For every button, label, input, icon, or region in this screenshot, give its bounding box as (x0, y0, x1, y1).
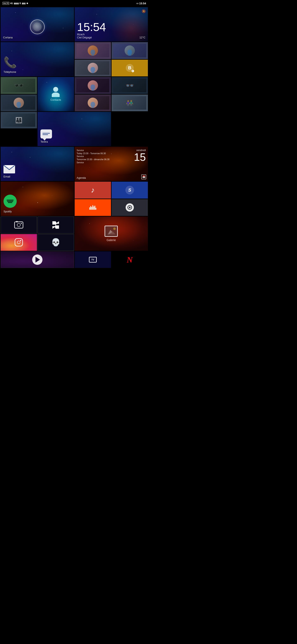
shazam-icon: S (125, 186, 134, 194)
cal-event-3: Service (77, 155, 109, 158)
bluetooth-icon: ✱ (26, 2, 28, 4)
cal-event-4: Tomorrow 23:30 - dimanche 06:30 (77, 158, 109, 161)
netflix-tile[interactable]: N (112, 252, 148, 268)
svg-marker-0 (52, 221, 59, 229)
clock-weather-row: Ciel Dégagé 12°C (77, 36, 146, 39)
4g-indicator: 4G (10, 2, 13, 4)
contact-photo-5[interactable]: 👤 (75, 77, 111, 94)
camera-tile[interactable] (0, 216, 37, 234)
cal-event-5: Service (77, 161, 109, 164)
volte-indicator: VoLTE (2, 2, 9, 5)
textra-tile[interactable]: Textra (37, 112, 111, 146)
spotify-icon (3, 195, 17, 208)
netflix-icon: N (127, 255, 133, 264)
contact-photo-9[interactable]: 👫 (112, 94, 148, 112)
calendar-tile[interactable]: Service Today 23:30 - Tomorrow 06:30 Ser… (75, 147, 148, 181)
soundcloud-icon (89, 205, 96, 210)
cortana-icon (30, 20, 45, 34)
instagram-tile[interactable] (0, 234, 37, 251)
b-icon: B (128, 65, 131, 70)
contact-photo-3[interactable]: 👤 (75, 60, 111, 76)
tile-grid: Cortana 🔕 15:54 Illzach Ciel Dégagé 12°C… (0, 6, 148, 268)
music-player-tile[interactable] (0, 252, 74, 268)
camera-icon (14, 222, 23, 228)
gallery-icon (105, 226, 118, 237)
contact-photo-7[interactable]: 👤 (0, 94, 37, 112)
calendar-events: Service Today 23:30 - Tomorrow 06:30 Ser… (77, 149, 109, 164)
cal-event-1: Service (77, 149, 109, 152)
agenda-label: Agenda (77, 176, 86, 179)
contact-photo-8[interactable]: 👤 (75, 94, 111, 112)
status-left: VoLTE 4G ▮▮▮▮ R ▮▮▮ ✱ (2, 2, 28, 5)
battery-icon: ▭ (136, 2, 138, 5)
spotify-label: Spotify (3, 210, 71, 213)
cal-event-2: Today 23:30 - Tomorrow 06:30 (77, 152, 109, 155)
contact-photo-1[interactable]: 👤 (75, 42, 111, 59)
status-bar: VoLTE 4G ▮▮▮▮ R ▮▮▮ ✱ ▭ 15:54 (0, 0, 148, 6)
email-tile[interactable]: Email (0, 147, 74, 181)
calendar-icon: 📅 (141, 174, 146, 179)
tv-icon: TV (89, 257, 97, 262)
instagram-icon (15, 238, 23, 246)
email-icon (3, 165, 15, 174)
contact-photo-2[interactable]: 👤 (112, 42, 148, 59)
status-right: ▭ 15:54 (136, 2, 146, 5)
deezer-icon (126, 203, 134, 212)
weather-temp: 12°C (139, 36, 145, 39)
email-label: Email (3, 175, 71, 178)
play-icon (32, 254, 42, 265)
signal-bars-2: ▮▮▮ (22, 2, 25, 4)
contact-photo-4[interactable]: 🕶️ (0, 77, 37, 94)
contacts-icon (52, 87, 60, 97)
contact-photo-6[interactable]: 👓 (112, 77, 148, 94)
phone-tile[interactable]: 📞 Téléphone (0, 42, 74, 76)
shazam-tile[interactable]: S (112, 182, 148, 198)
clock-tile[interactable]: 🔕 15:54 Illzach Ciel Dégagé 12°C (75, 7, 148, 42)
music-icon: ♪ (91, 186, 95, 194)
textra-label: Textra (40, 140, 108, 143)
soundcloud-tile[interactable] (75, 199, 111, 216)
deezer-tile[interactable] (112, 199, 148, 216)
deviantart-tile[interactable] (37, 216, 74, 234)
galerie-label: Galerie (107, 238, 116, 242)
contacts-label: Contacts (50, 98, 61, 101)
calendar-date: 15 (134, 152, 146, 162)
skull-tile[interactable]: 💀 (37, 234, 74, 251)
music-tile[interactable]: ♪ (75, 182, 111, 198)
skull-icon: 💀 (51, 238, 60, 247)
contact-photo-10[interactable]: 👨‍👩‍👧 (0, 112, 37, 128)
calendar-day: vendredi (134, 149, 146, 152)
status-time: 15:54 (139, 2, 146, 5)
tv-tile[interactable]: TV (75, 252, 111, 268)
phone-label: Téléphone (3, 70, 71, 74)
signal-r: R (19, 2, 21, 4)
galerie-tile[interactable]: Galerie (75, 216, 148, 251)
spotify-tile[interactable]: Spotify (0, 182, 74, 216)
weather-desc: Ciel Dégagé (77, 36, 92, 39)
b-app-tile[interactable]: B ✦ (112, 60, 148, 76)
textra-icon (40, 130, 52, 138)
contacts-tile[interactable]: Contacts (37, 77, 74, 111)
cortana-tile[interactable]: Cortana (0, 7, 74, 42)
svg-point-4 (113, 228, 116, 230)
deviantart-icon (51, 221, 60, 229)
cortana-label: Cortana (3, 36, 72, 39)
mute-icon: 🔕 (142, 9, 146, 13)
clock-city: Illzach (77, 33, 85, 36)
clock-time: 15:54 (77, 21, 106, 33)
phone-icon: 📞 (3, 56, 17, 69)
signal-bars-1: ▮▮▮▮ (14, 2, 19, 4)
